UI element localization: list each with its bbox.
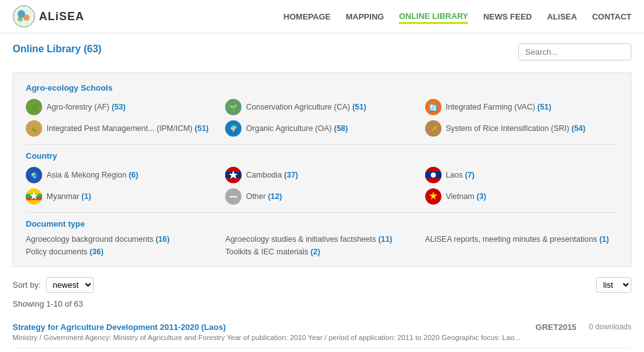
filter-doc-studies[interactable]: Agroecology studies & initiatives factsh… bbox=[225, 235, 418, 244]
svg-text:🌱: 🌱 bbox=[229, 103, 238, 112]
filter-doc-background[interactable]: Agroecology background documents (16) bbox=[26, 235, 219, 244]
agroforestry-label: Agro-forestry (AF) (53) bbox=[47, 103, 126, 111]
view-select[interactable]: list grid bbox=[596, 277, 631, 293]
asia-label: Asia & Mekong Region (6) bbox=[47, 171, 138, 179]
svg-text:🌾: 🌾 bbox=[430, 125, 438, 133]
sort-label: Sort by: bbox=[13, 280, 41, 290]
doc-types-grid: Agroecology background documents (16) Ag… bbox=[26, 235, 618, 256]
ipm-label: Integrated Pest Management... (IPM/ICM) … bbox=[47, 124, 209, 133]
sort-left: Sort by: newest oldest title bbox=[13, 277, 94, 293]
nav-homepage[interactable]: HOMEPAGE bbox=[284, 9, 331, 24]
filter-doc-empty bbox=[425, 247, 618, 256]
svg-text:🔄: 🔄 bbox=[429, 103, 438, 112]
result-title-1[interactable]: Strategy for Agriculture Development 201… bbox=[13, 322, 523, 332]
agroforestry-icon: 🌿 bbox=[26, 99, 42, 115]
svg-text:🐛: 🐛 bbox=[30, 125, 38, 133]
svg-point-2 bbox=[23, 14, 30, 21]
doc-type-section-title: Document type bbox=[26, 219, 618, 229]
search-input[interactable] bbox=[518, 43, 631, 60]
logo: ALiSEA bbox=[13, 5, 84, 28]
nav-contact[interactable]: CONTACT bbox=[592, 9, 631, 24]
result-item-2: Strategic Framework for Food Security an… bbox=[13, 348, 631, 352]
agro-schools-grid: 🌿 Agro-forestry (AF) (53) 🌱 Conservation… bbox=[26, 99, 618, 137]
svg-text:🌍: 🌍 bbox=[230, 125, 238, 133]
nav-online-library[interactable]: ONLINE LIBRARY bbox=[399, 9, 468, 24]
filter-laos[interactable]: Laos (7) bbox=[425, 167, 618, 183]
result-item-1: Strategy for Agriculture Development 201… bbox=[13, 316, 631, 348]
filter-agroforestry[interactable]: 🌿 Agro-forestry (AF) (53) bbox=[26, 99, 219, 115]
sri-label: System of Rice Intensification (SRI) (54… bbox=[446, 124, 586, 133]
asia-icon: 🌏 bbox=[26, 167, 42, 183]
filter-conservation[interactable]: 🌱 Conservation Agriculture (CA) (51) bbox=[225, 99, 418, 115]
logo-icon bbox=[13, 5, 35, 28]
integrated-farming-label: Integrated Farming (VAC) (51) bbox=[446, 103, 552, 111]
cambodia-label: Cambodia (37) bbox=[246, 171, 298, 179]
ipm-icon: 🐛 bbox=[26, 120, 42, 137]
header: ALiSEA HOMEPAGE MAPPING ONLINE LIBRARY N… bbox=[0, 0, 644, 33]
filter-box: Agro-ecology Schools 🌿 Agro-forestry (AF… bbox=[13, 72, 631, 267]
svg-point-22 bbox=[431, 173, 436, 178]
svg-text:🌿: 🌿 bbox=[30, 103, 39, 112]
laos-icon bbox=[425, 167, 441, 183]
filter-myanmar[interactable]: Myanmar (1) bbox=[26, 188, 219, 205]
filter-organic[interactable]: 🌍 Organic Agriculture (OA) (58) bbox=[225, 120, 418, 137]
organic-icon: 🌍 bbox=[225, 120, 242, 137]
filter-other[interactable]: ••• Other (12) bbox=[225, 188, 418, 205]
filter-cambodia[interactable]: Cambodia (37) bbox=[225, 167, 418, 183]
country-section-title: Country bbox=[26, 151, 618, 161]
page-content: Online Library (63) Agro-ecology Schools… bbox=[0, 33, 644, 352]
agro-section-title: Agro-ecology Schools bbox=[26, 83, 618, 93]
nav-news-feed[interactable]: NEWS FEED bbox=[483, 9, 531, 24]
filter-ipm[interactable]: 🐛 Integrated Pest Management... (IPM/ICM… bbox=[26, 120, 219, 137]
view-select-container: list grid bbox=[596, 277, 631, 293]
svg-text:🌏: 🌏 bbox=[31, 172, 38, 179]
nav: HOMEPAGE MAPPING ONLINE LIBRARY NEWS FEE… bbox=[284, 9, 631, 24]
other-icon: ••• bbox=[225, 188, 242, 205]
results-info: Showing 1-10 of 63 bbox=[13, 299, 631, 309]
logo-text: ALiSEA bbox=[39, 10, 84, 23]
filter-doc-alisea[interactable]: ALiSEA reports, meeting minutes & presen… bbox=[425, 235, 618, 244]
svg-point-3 bbox=[18, 16, 23, 21]
myanmar-icon bbox=[26, 188, 42, 205]
sort-bar: Sort by: newest oldest title list grid bbox=[13, 277, 631, 293]
countries-grid: 🌏 Asia & Mekong Region (6) Cambodia (37) bbox=[26, 167, 618, 205]
vietnam-label: Vietnam (3) bbox=[446, 192, 486, 201]
nav-alisea[interactable]: ALiSEA bbox=[547, 9, 577, 24]
filter-integrated-farming[interactable]: 🔄 Integrated Farming (VAC) (51) bbox=[425, 99, 618, 115]
conservation-icon: 🌱 bbox=[225, 99, 242, 115]
result-downloads-1: 0 downloads bbox=[589, 322, 631, 331]
filter-sri[interactable]: 🌾 System of Rice Intensification (SRI) (… bbox=[425, 120, 618, 137]
cambodia-icon bbox=[225, 167, 242, 183]
sort-select[interactable]: newest oldest title bbox=[46, 277, 94, 293]
organic-label: Organic Agriculture (OA) (58) bbox=[246, 124, 348, 133]
myanmar-label: Myanmar (1) bbox=[47, 192, 91, 201]
result-meta-1: Ministry / Government Agency: Ministry o… bbox=[13, 334, 523, 341]
filter-asia[interactable]: 🌏 Asia & Mekong Region (6) bbox=[26, 167, 219, 183]
vietnam-icon bbox=[425, 188, 441, 205]
divider-1 bbox=[26, 144, 618, 145]
sri-icon: 🌾 bbox=[425, 120, 441, 137]
nav-mapping[interactable]: MAPPING bbox=[346, 9, 384, 24]
conservation-label: Conservation Agriculture (CA) (51) bbox=[246, 103, 366, 111]
page-title: Online Library (63) bbox=[13, 43, 101, 55]
result-tag-1: GRET2015 bbox=[536, 322, 577, 332]
filter-vietnam[interactable]: Vietnam (3) bbox=[425, 188, 618, 205]
divider-2 bbox=[26, 212, 618, 213]
laos-label: Laos (7) bbox=[446, 171, 475, 179]
other-label: Other (12) bbox=[246, 192, 282, 201]
integrated-farming-icon: 🔄 bbox=[425, 99, 441, 115]
filter-doc-policy[interactable]: Policy documents (36) bbox=[26, 247, 219, 256]
filter-doc-toolkits[interactable]: Toolkits & IEC materials (2) bbox=[225, 247, 418, 256]
